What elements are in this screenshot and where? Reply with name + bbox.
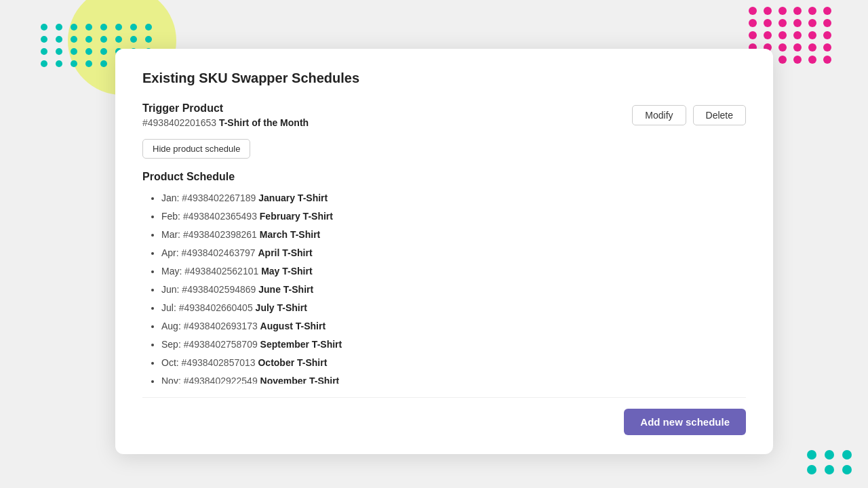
- dot: [100, 48, 107, 55]
- teal-dots-bottomright: [807, 450, 854, 474]
- dot: [823, 31, 831, 39]
- schedule-month: Feb:: [161, 211, 183, 222]
- schedule-section-title: Product Schedule: [142, 171, 746, 183]
- schedule-sku: #4938402660405: [179, 302, 256, 313]
- dot: [115, 24, 122, 30]
- list-item: May: #4938402562101 May T-Shirt: [161, 264, 746, 279]
- dot: [85, 60, 92, 67]
- modal-title: Existing SKU Swapper Schedules: [142, 70, 746, 86]
- dot: [85, 48, 92, 55]
- dot: [115, 36, 122, 43]
- schedule-month: Mar:: [161, 229, 183, 240]
- schedule-item-name: August T-Shirt: [260, 321, 326, 331]
- dot: [100, 24, 107, 30]
- dot: [764, 31, 772, 39]
- list-item: Feb: #4938402365493 February T-Shirt: [161, 209, 746, 224]
- dot: [130, 24, 137, 30]
- dot: [808, 19, 816, 27]
- list-item: Nov: #4938402922549 November T-Shirt: [161, 374, 746, 384]
- schedule-month: Aug:: [161, 321, 184, 331]
- schedule-item-name: April T-Shirt: [258, 247, 312, 258]
- dot: [808, 56, 816, 64]
- schedule-sku: #4938402857013: [182, 357, 258, 368]
- schedule-sku: #4938402398261: [183, 229, 260, 240]
- list-item: Apr: #4938402463797 April T-Shirt: [161, 246, 746, 260]
- modify-button[interactable]: Modify: [632, 105, 686, 125]
- dot: [749, 31, 757, 39]
- schedule-sku: #4938402594869: [182, 284, 258, 295]
- list-item: Jul: #4938402660405 July T-Shirt: [161, 301, 746, 315]
- list-item: Mar: #4938402398261 March T-Shirt: [161, 228, 746, 242]
- schedule-month: Apr:: [161, 247, 182, 258]
- dot: [71, 48, 77, 55]
- hide-product-schedule-button[interactable]: Hide product schedule: [142, 139, 250, 159]
- dot: [71, 36, 77, 43]
- dot: [793, 7, 802, 15]
- list-item: Oct: #4938402857013 October T-Shirt: [161, 356, 746, 370]
- dot: [808, 43, 816, 52]
- dot: [749, 19, 757, 27]
- trigger-left: Trigger Product #4938402201653 T-Shirt o…: [142, 102, 309, 128]
- dot: [807, 465, 816, 474]
- schedule-sku: #4938402562101: [184, 266, 261, 277]
- schedule-sku: #4938402693173: [184, 321, 260, 331]
- dot: [71, 24, 77, 30]
- dot: [825, 465, 834, 474]
- schedule-sku: #4938402922549: [184, 375, 260, 384]
- dot: [823, 43, 831, 52]
- dot: [823, 7, 831, 15]
- dot: [145, 24, 152, 30]
- add-new-schedule-button[interactable]: Add new schedule: [624, 409, 746, 435]
- schedule-item-name: March T-Shirt: [260, 229, 320, 240]
- schedule-month: Oct:: [161, 357, 182, 368]
- dot: [793, 43, 802, 52]
- schedule-item-name: October T-Shirt: [258, 357, 327, 368]
- dot: [793, 56, 802, 64]
- schedule-month: Jun:: [161, 284, 182, 295]
- dot: [842, 465, 852, 474]
- schedule-month: Nov:: [161, 375, 184, 384]
- schedule-item-name: May T-Shirt: [261, 266, 312, 277]
- trigger-product-id: #4938402201653 T-Shirt of the Month: [142, 117, 309, 128]
- schedule-item-name: September T-Shirt: [260, 339, 342, 350]
- dot: [100, 60, 107, 67]
- dot: [71, 60, 77, 67]
- schedule-sku: #4938402758709: [184, 339, 260, 350]
- dot: [85, 24, 92, 30]
- dot: [823, 19, 831, 27]
- schedule-month: Sep:: [161, 339, 184, 350]
- schedule-sku: #4938402365493: [183, 211, 260, 222]
- dot: [130, 36, 137, 43]
- dot: [41, 24, 47, 30]
- trigger-label: Trigger Product: [142, 102, 309, 115]
- dot: [778, 43, 787, 52]
- delete-button[interactable]: Delete: [693, 105, 746, 125]
- modal-card: Existing SKU Swapper Schedules Trigger P…: [115, 49, 773, 454]
- modal-footer: Add new schedule: [142, 397, 746, 435]
- trigger-section: Trigger Product #4938402201653 T-Shirt o…: [142, 102, 746, 128]
- schedule-item-name: January T-Shirt: [258, 192, 328, 203]
- schedule-item-name: February T-Shirt: [260, 211, 333, 222]
- dot: [778, 7, 787, 15]
- dot: [778, 31, 787, 39]
- dot: [808, 31, 816, 39]
- dot: [56, 60, 62, 67]
- dot: [100, 36, 107, 43]
- schedule-sku: #4938402267189: [182, 192, 258, 203]
- dot: [56, 24, 62, 30]
- schedule-item-name: June T-Shirt: [258, 284, 313, 295]
- dot: [807, 450, 816, 460]
- schedule-sku: #4938402463797: [182, 247, 258, 258]
- dot: [41, 36, 47, 43]
- dot: [41, 48, 47, 55]
- schedule-item-name: November T-Shirt: [260, 375, 340, 384]
- dot: [56, 36, 62, 43]
- dot: [764, 19, 772, 27]
- list-item: Sep: #4938402758709 September T-Shirt: [161, 338, 746, 352]
- trigger-product-name: T-Shirt of the Month: [219, 117, 309, 128]
- schedule-month: May:: [161, 266, 184, 277]
- dot: [749, 7, 757, 15]
- dot: [808, 7, 816, 15]
- list-item: Aug: #4938402693173 August T-Shirt: [161, 319, 746, 333]
- dot: [825, 450, 834, 460]
